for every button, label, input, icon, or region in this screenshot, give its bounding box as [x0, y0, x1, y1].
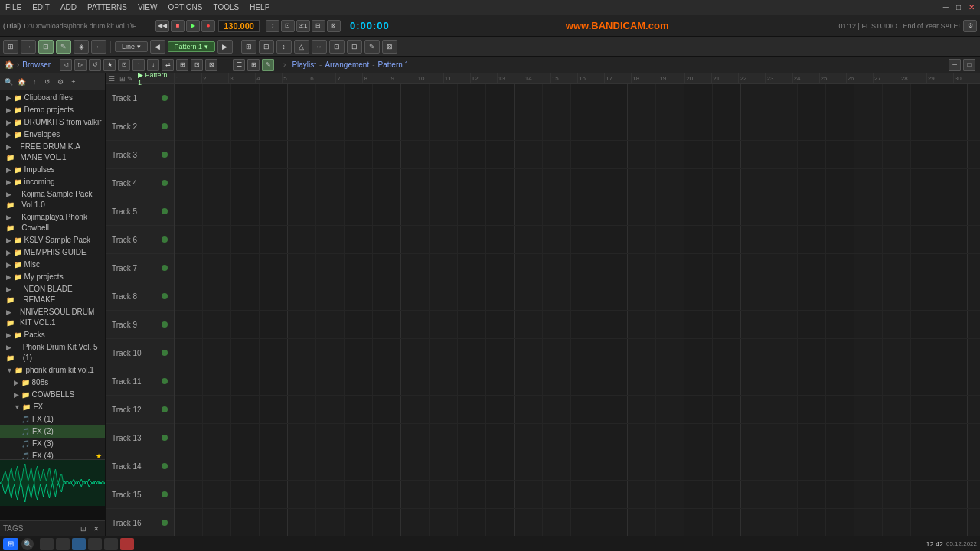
grid-cell[interactable] — [769, 197, 798, 225]
grid-cell[interactable] — [684, 112, 713, 140]
grid-cell[interactable] — [826, 367, 854, 395]
grid-cell[interactable] — [571, 396, 599, 423]
grid-cell[interactable] — [883, 112, 911, 140]
grid-cell[interactable] — [968, 396, 980, 423]
menu-item-edit[interactable]: EDIT — [30, 3, 52, 11]
grid-cell[interactable] — [939, 84, 968, 112]
grid-cell[interactable] — [430, 84, 458, 112]
record-button[interactable]: ● — [201, 20, 215, 32]
grid-cell[interactable] — [854, 141, 883, 168]
sidebar-item-3[interactable]: ▶ 📁Envelopes — [0, 129, 105, 141]
grid-cell[interactable] — [769, 424, 798, 452]
grid-cell[interactable] — [401, 141, 430, 168]
track-mute-dot[interactable] — [162, 293, 168, 299]
grid-cell[interactable] — [260, 509, 288, 536]
grid-cell[interactable] — [288, 452, 316, 480]
grid-cell[interactable] — [401, 112, 430, 140]
grid-cell[interactable] — [373, 141, 401, 168]
grid-cell[interactable] — [826, 339, 854, 367]
grid-cell[interactable] — [656, 367, 684, 395]
grid-cell[interactable] — [741, 367, 769, 395]
grid-cell[interactable] — [713, 311, 741, 338]
grid-cell[interactable] — [203, 424, 231, 452]
grid-cell[interactable] — [231, 424, 260, 452]
grid-cell[interactable] — [231, 197, 260, 225]
grid-cell[interactable] — [684, 339, 713, 367]
grid-cell[interactable] — [458, 226, 486, 253]
grid-cell[interactable] — [175, 141, 203, 168]
grid-cell[interactable] — [741, 254, 769, 282]
grid-cell[interactable] — [684, 311, 713, 338]
grid-cell[interactable] — [684, 84, 713, 112]
grid-cell[interactable] — [911, 226, 939, 253]
grid-cell[interactable] — [203, 311, 231, 338]
grid-cell[interactable] — [430, 452, 458, 480]
grid-cell[interactable] — [231, 141, 260, 168]
transport-icon-4[interactable]: ⊞ — [312, 20, 325, 32]
browser-icon-10[interactable]: ⊡ — [191, 59, 203, 71]
grid-cell[interactable] — [713, 254, 741, 282]
grid-cell[interactable] — [203, 396, 231, 423]
grid-cell[interactable] — [684, 367, 713, 395]
grid-cell[interactable] — [543, 84, 571, 112]
grid-cell[interactable] — [373, 367, 401, 395]
grid-cell[interactable] — [769, 481, 798, 508]
grid-cell[interactable] — [826, 424, 854, 452]
grid-cell[interactable] — [260, 169, 288, 197]
grid-cell[interactable] — [769, 311, 798, 338]
grid-cell[interactable] — [599, 84, 628, 112]
grid-row-6[interactable] — [175, 254, 980, 282]
grid-cell[interactable] — [713, 112, 741, 140]
grid-cell[interactable] — [656, 481, 684, 508]
track-label-15[interactable]: Track 16 — [106, 509, 174, 536]
grid-cell[interactable] — [486, 311, 514, 338]
grid-cell[interactable] — [599, 396, 628, 423]
sidebar-item-24[interactable]: 🎵FX (4)★ — [0, 450, 105, 459]
grid-cell[interactable] — [939, 452, 968, 480]
grid-cell[interactable] — [713, 282, 741, 310]
grid-cell[interactable] — [486, 197, 514, 225]
grid-cell[interactable] — [599, 254, 628, 282]
grid-cell[interactable] — [288, 282, 316, 310]
grid-cell[interactable] — [514, 141, 543, 168]
sidebar-item-19[interactable]: ▶ 📁COWBELLS — [0, 389, 105, 401]
grid-cell[interactable] — [514, 424, 543, 452]
grid-cell[interactable] — [288, 197, 316, 225]
grid-cell[interactable] — [939, 169, 968, 197]
grid-cell[interactable] — [543, 254, 571, 282]
grid-cell[interactable] — [373, 197, 401, 225]
grid-cell[interactable] — [684, 452, 713, 480]
grid-cell[interactable] — [260, 481, 288, 508]
grid-cell[interactable] — [911, 339, 939, 367]
grid-cell[interactable] — [401, 226, 430, 253]
tb2-icon-16[interactable]: ✎ — [364, 40, 380, 54]
grid-cell[interactable] — [175, 169, 203, 197]
grid-cell[interactable] — [571, 509, 599, 536]
grid-cell[interactable] — [458, 339, 486, 367]
grid-cell[interactable] — [316, 226, 345, 253]
grid-cell[interactable] — [203, 141, 231, 168]
grid-cell[interactable] — [458, 254, 486, 282]
grid-cell[interactable] — [175, 367, 203, 395]
grid-cell[interactable] — [543, 141, 571, 168]
grid-cell[interactable] — [769, 367, 798, 395]
grid-cell[interactable] — [883, 339, 911, 367]
grid-cell[interactable] — [854, 396, 883, 423]
grid-cell[interactable] — [543, 424, 571, 452]
grid-cell[interactable] — [599, 112, 628, 140]
tb2-icon-7[interactable]: ◀ — [150, 40, 165, 54]
menu-item-tools[interactable]: TOOLS — [211, 3, 241, 11]
grid-cell[interactable] — [373, 311, 401, 338]
grid-cell[interactable] — [486, 481, 514, 508]
grid-cell[interactable] — [883, 84, 911, 112]
grid-cell[interactable] — [741, 509, 769, 536]
grid-cell[interactable] — [316, 424, 345, 452]
grid-cell[interactable] — [684, 226, 713, 253]
grid-cell[interactable] — [713, 339, 741, 367]
track-mute-dot[interactable] — [162, 350, 168, 356]
grid-cell[interactable] — [741, 311, 769, 338]
sidebar-item-18[interactable]: ▶ 📁808s — [0, 377, 105, 389]
grid-cell[interactable] — [939, 282, 968, 310]
grid-cell[interactable] — [741, 424, 769, 452]
grid-row-10[interactable] — [175, 367, 980, 396]
